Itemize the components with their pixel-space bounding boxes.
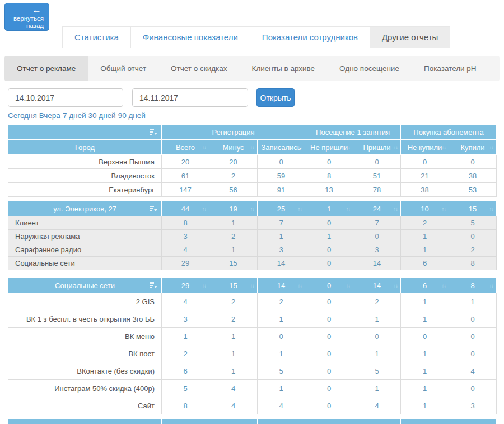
subtab-discount-report[interactable]: Отчет о скидках xyxy=(158,56,240,81)
row-value[interactable]: 56 xyxy=(209,183,258,197)
section-total-1-4[interactable]: 24↑↓ xyxy=(353,201,401,216)
row-value[interactable]: 0 xyxy=(305,310,353,328)
column-header-1[interactable]: Всего↑↓ xyxy=(162,140,209,155)
row-value[interactable]: 29 xyxy=(162,257,209,270)
tab-employee-indicators[interactable]: Показатели сотрудников xyxy=(250,26,370,48)
column-header-main-sort[interactable] xyxy=(8,125,162,140)
row-value[interactable]: 3 xyxy=(353,243,401,257)
back-button[interactable]: ← вернуться назад xyxy=(4,3,49,31)
row-value[interactable]: 0 xyxy=(305,328,353,345)
section-total-2-2[interactable]: 14↑↓ xyxy=(258,278,305,293)
row-value[interactable]: 3 xyxy=(162,310,209,328)
row-value[interactable]: 0 xyxy=(258,155,305,169)
row-value[interactable]: 1 xyxy=(353,380,401,397)
row-value[interactable]: 15 xyxy=(209,257,258,270)
row-value[interactable]: 1 xyxy=(209,345,258,362)
column-header-5[interactable]: Пришли↑↓ xyxy=(353,140,401,155)
row-value[interactable]: 61 xyxy=(162,169,209,183)
section-total-1-0[interactable]: 44↑↓ xyxy=(162,201,209,216)
row-value[interactable]: 0 xyxy=(449,328,497,345)
section-total-3-2[interactable] xyxy=(258,419,305,424)
row-value[interactable]: 2 xyxy=(209,230,258,243)
row-value[interactable]: 0 xyxy=(449,345,497,362)
row-value[interactable]: 0 xyxy=(305,293,353,310)
subtab-ph-indicators[interactable]: Показатели рН xyxy=(412,56,489,81)
row-value[interactable]: 14 xyxy=(353,257,401,270)
row-value[interactable]: 4 xyxy=(162,243,209,257)
row-value[interactable]: 5 xyxy=(353,362,401,380)
row-value[interactable]: 1 xyxy=(401,362,449,380)
tab-other-reports[interactable]: Другие отчеты xyxy=(370,26,450,48)
section-total-3-6[interactable] xyxy=(449,419,497,424)
row-value[interactable]: 1 xyxy=(162,328,209,345)
row-value[interactable]: 1 xyxy=(401,293,449,310)
open-button[interactable]: Открыть xyxy=(256,88,295,107)
row-value[interactable]: 0 xyxy=(305,155,353,169)
section-total-2-3[interactable]: 0↑↓ xyxy=(305,278,353,293)
column-group-0[interactable]: Регистрация xyxy=(162,125,305,140)
row-value[interactable]: 8 xyxy=(305,169,353,183)
section-header-title-2[interactable]: Социальные сети xyxy=(8,278,162,293)
row-value[interactable]: 1 xyxy=(401,380,449,397)
section-total-1-5[interactable]: 10↑↓ xyxy=(401,201,449,216)
row-value[interactable]: 2 xyxy=(209,293,258,310)
section-total-2-0[interactable]: 29↑↓ xyxy=(162,278,209,293)
row-value[interactable]: 3 xyxy=(449,397,497,414)
row-value[interactable]: 14 xyxy=(258,257,305,270)
row-value[interactable]: 6 xyxy=(401,257,449,270)
row-value[interactable]: 4 xyxy=(353,397,401,414)
row-value[interactable]: 4 xyxy=(258,397,305,414)
row-value[interactable]: 1 xyxy=(353,310,401,328)
row-value[interactable]: 1 xyxy=(258,345,305,362)
row-value[interactable]: 0 xyxy=(353,328,401,345)
row-value[interactable]: 1 xyxy=(209,216,258,230)
row-value[interactable]: 4 xyxy=(449,362,497,380)
row-value[interactable]: 4 xyxy=(209,380,258,397)
row-value[interactable]: 0 xyxy=(353,230,401,243)
date-to-input[interactable] xyxy=(132,88,248,107)
quick-link-yesterday[interactable]: Вчера xyxy=(39,111,60,120)
subtab-general-report[interactable]: Общий отчет xyxy=(88,56,158,81)
row-value[interactable]: 53 xyxy=(449,183,497,197)
tab-statistics[interactable]: Статистика xyxy=(62,26,131,48)
column-header-0[interactable]: Город xyxy=(8,140,162,155)
row-value[interactable]: 0 xyxy=(449,230,497,243)
quick-link-30-days[interactable]: 30 дней xyxy=(88,111,116,120)
column-header-3[interactable]: Записались↑↓ xyxy=(258,140,305,155)
quick-link-7-days[interactable]: 7 дней xyxy=(63,111,86,120)
tab-financial-indicators[interactable]: Финансовые показатели xyxy=(130,26,250,48)
column-header-4[interactable]: Не пришли↑↓ xyxy=(305,140,353,155)
section-header-title-1[interactable]: ул. Электриков, 27 xyxy=(8,201,162,216)
section-total-3-3[interactable] xyxy=(305,419,353,424)
column-header-7[interactable]: Купили↑↓ xyxy=(449,140,497,155)
row-value[interactable]: 3 xyxy=(258,243,305,257)
row-value[interactable]: 1 xyxy=(401,310,449,328)
date-from-input[interactable] xyxy=(8,88,123,107)
section-total-2-1[interactable]: 15↑↓ xyxy=(209,278,258,293)
row-value[interactable]: 0 xyxy=(305,257,353,270)
subtab-ad-report[interactable]: Отчет о рекламе xyxy=(4,56,88,81)
row-value[interactable]: 38 xyxy=(449,169,497,183)
row-value[interactable]: 147 xyxy=(162,183,209,197)
column-group-1[interactable]: Посещение 1 занятия xyxy=(305,125,401,140)
row-value[interactable]: 4 xyxy=(162,293,209,310)
section-total-2-5[interactable]: 6↑↓ xyxy=(401,278,449,293)
row-value[interactable]: 20 xyxy=(162,155,209,169)
row-value[interactable]: 5 xyxy=(162,380,209,397)
row-value[interactable]: 1 xyxy=(401,243,449,257)
row-value[interactable]: 1 xyxy=(209,362,258,380)
row-value[interactable]: 1 xyxy=(353,345,401,362)
subtab-single-visit[interactable]: Одно посещение xyxy=(327,56,412,81)
row-value[interactable]: 0 xyxy=(449,310,497,328)
row-value[interactable]: 21 xyxy=(401,169,449,183)
row-value[interactable]: 59 xyxy=(258,169,305,183)
section-total-2-4[interactable]: 14↑↓ xyxy=(353,278,401,293)
row-value[interactable]: 51 xyxy=(353,169,401,183)
column-header-2[interactable]: Минус↑↓ xyxy=(209,140,258,155)
row-value[interactable]: 4 xyxy=(209,397,258,414)
row-value[interactable]: 0 xyxy=(305,243,353,257)
row-value[interactable]: 2 xyxy=(209,169,258,183)
row-value[interactable]: 1 xyxy=(209,328,258,345)
section-total-1-6[interactable]: 15↑↓ xyxy=(449,201,497,216)
section-total-3-5[interactable] xyxy=(401,419,449,424)
